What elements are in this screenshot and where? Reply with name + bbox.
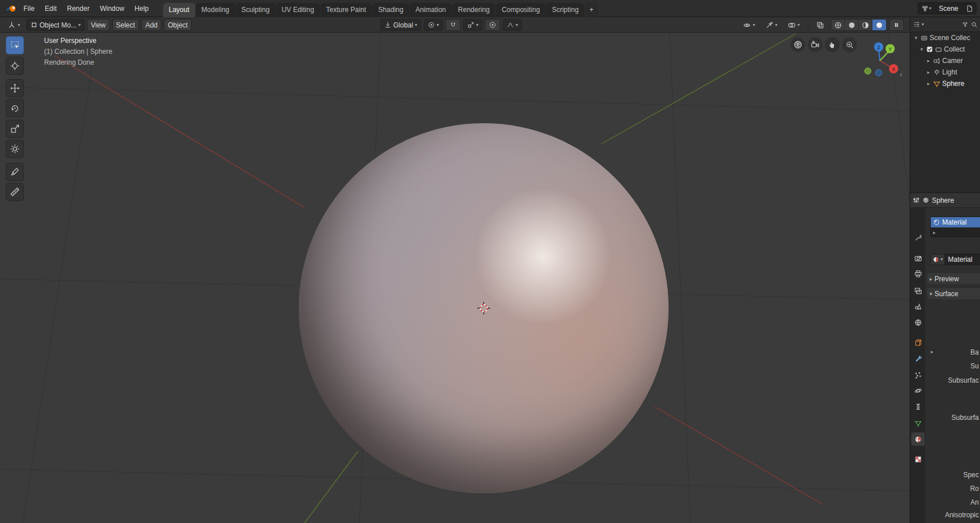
menu-render[interactable]: Render bbox=[62, 0, 94, 17]
chevron-right-icon[interactable]: ▸ bbox=[926, 69, 931, 75]
tab-object[interactable] bbox=[911, 336, 924, 349]
scale-tool[interactable] bbox=[6, 120, 24, 138]
add-workspace-button[interactable]: + bbox=[585, 3, 598, 17]
tab-texture-paint[interactable]: Texture Paint bbox=[321, 3, 372, 17]
annotate-tool[interactable] bbox=[6, 163, 24, 181]
pan-view-button[interactable] bbox=[825, 37, 840, 52]
tab-constraints[interactable] bbox=[911, 400, 924, 413]
camera-view-button[interactable] bbox=[808, 37, 823, 52]
cursor-tool[interactable] bbox=[6, 57, 24, 75]
object-menu[interactable]: Object bbox=[164, 19, 192, 31]
outliner-row-scene-collection[interactable]: ▾ Scene Collec bbox=[910, 32, 980, 44]
editor-type-button[interactable]: ▾ bbox=[3, 19, 24, 31]
tab-material[interactable] bbox=[911, 432, 924, 446]
search-icon[interactable] bbox=[971, 21, 978, 28]
checkbox-checked-icon[interactable] bbox=[926, 46, 933, 53]
shading-rendered-button[interactable] bbox=[872, 19, 886, 30]
outliner-row-sphere[interactable]: ▸ Sphere bbox=[910, 78, 980, 89]
add-menu[interactable]: Add bbox=[141, 19, 161, 31]
tab-layout[interactable]: Layout bbox=[163, 3, 195, 17]
properties-editor-button[interactable] bbox=[912, 196, 920, 204]
transform-tool[interactable] bbox=[6, 140, 24, 158]
view-menu[interactable]: View bbox=[87, 19, 110, 31]
material-slot-empty-row[interactable]: ▸ bbox=[931, 227, 980, 238]
tab-output[interactable] bbox=[911, 267, 924, 280]
tab-uv-editing[interactable]: UV Editing bbox=[276, 3, 320, 17]
pause-render-button[interactable] bbox=[889, 19, 904, 31]
menu-help[interactable]: Help bbox=[129, 0, 154, 17]
outliner-row-light[interactable]: ▸ Light bbox=[910, 66, 980, 78]
chevron-down-icon[interactable]: ▾ bbox=[919, 46, 924, 52]
rotate-tool[interactable] bbox=[6, 99, 24, 117]
chevron-right-icon[interactable]: ▸ bbox=[926, 81, 931, 86]
tab-modeling[interactable]: Modeling bbox=[196, 3, 235, 17]
menu-window[interactable]: Window bbox=[94, 0, 129, 17]
base-color-expand-icon[interactable]: ▸ bbox=[931, 349, 934, 355]
browse-material-button[interactable]: ▾ bbox=[930, 254, 945, 265]
menu-file[interactable]: File bbox=[18, 0, 39, 17]
tab-particles[interactable] bbox=[911, 368, 924, 382]
material-name-field[interactable]: Material bbox=[945, 254, 980, 265]
shading-material-button[interactable] bbox=[859, 19, 872, 30]
overlays-dropdown[interactable]: ▾ bbox=[784, 19, 804, 31]
chevron-down-icon[interactable]: ▾ bbox=[913, 35, 919, 41]
sidebar-toggle-icon[interactable]: ‹ bbox=[900, 70, 902, 78]
viewport-3d[interactable]: User Perspective (1) Collection | Sphere… bbox=[0, 33, 910, 523]
tab-modifiers[interactable] bbox=[911, 352, 924, 365]
navigation-gizmo[interactable]: Z Y X bbox=[857, 37, 903, 82]
tab-shading[interactable]: Shading bbox=[373, 3, 409, 17]
tab-scripting[interactable]: Scripting bbox=[546, 3, 584, 17]
tab-scene[interactable] bbox=[911, 300, 924, 313]
outliner: ▾ ▾ Scene Collec ▾ bbox=[910, 17, 980, 192]
chevron-right-icon[interactable]: ▸ bbox=[926, 58, 931, 64]
xray-toggle-button[interactable] bbox=[812, 19, 828, 31]
tab-sculpting[interactable]: Sculpting bbox=[236, 3, 275, 17]
chevron-right-icon[interactable]: ▸ bbox=[933, 230, 936, 235]
tab-render[interactable] bbox=[911, 251, 924, 265]
transform-orientation-dropdown[interactable]: Global ▾ bbox=[380, 19, 421, 31]
tab-animation[interactable]: Animation bbox=[410, 3, 452, 17]
measure-tool[interactable] bbox=[6, 183, 24, 201]
chevron-down-icon: ▾ bbox=[797, 23, 800, 27]
snap-toggle-button[interactable] bbox=[445, 19, 461, 31]
property-label-anisotropic-rotation: Anisotropic bbox=[945, 511, 979, 519]
menu-edit[interactable]: Edit bbox=[39, 0, 62, 17]
tab-world[interactable] bbox=[911, 316, 924, 329]
move-tool[interactable] bbox=[6, 79, 24, 97]
material-slot-row[interactable]: Material bbox=[931, 217, 980, 227]
browse-scene-button[interactable]: ▾ bbox=[918, 3, 934, 14]
tab-compositing[interactable]: Compositing bbox=[496, 3, 546, 17]
perspective-toggle-button[interactable] bbox=[791, 37, 805, 52]
chevron-down-icon: ▾ bbox=[18, 23, 20, 27]
mode-label: Object Mo... bbox=[39, 21, 77, 29]
outliner-row-collection[interactable]: ▾ Collect bbox=[910, 44, 980, 55]
tab-physics[interactable] bbox=[911, 384, 924, 397]
shading-wireframe-button[interactable] bbox=[831, 19, 845, 30]
tab-texture[interactable] bbox=[911, 453, 924, 466]
viewport-header-left: ▾ Object Mo... ▾ View Select Add Object bbox=[3, 17, 192, 33]
gizmos-dropdown[interactable]: ▾ bbox=[761, 19, 781, 31]
outliner-editor-button[interactable]: ▾ bbox=[913, 21, 924, 28]
zoom-view-button[interactable] bbox=[842, 37, 857, 52]
snap-target-dropdown[interactable]: ▾ bbox=[463, 19, 483, 31]
surface-section-header[interactable]: ▾ Surface bbox=[927, 288, 980, 299]
visibility-dropdown[interactable]: ▾ bbox=[739, 19, 759, 31]
mode-dropdown[interactable]: Object Mo... ▾ bbox=[26, 19, 85, 31]
preview-section-header[interactable]: ▸ Preview bbox=[927, 273, 980, 284]
proportional-editing-button[interactable] bbox=[485, 19, 500, 31]
tab-tool[interactable] bbox=[911, 231, 924, 244]
select-menu[interactable]: Select bbox=[112, 19, 139, 31]
shading-solid-button[interactable] bbox=[845, 19, 859, 30]
select-box-tool[interactable] bbox=[6, 36, 24, 54]
new-scene-button[interactable] bbox=[963, 3, 976, 14]
tab-view-layer[interactable] bbox=[911, 284, 924, 297]
proportional-falloff-dropdown[interactable]: ▾ bbox=[503, 19, 522, 31]
scene-name-field[interactable]: Scene bbox=[934, 5, 963, 13]
tab-rendering[interactable]: Rendering bbox=[452, 3, 495, 17]
blender-logo-icon[interactable] bbox=[5, 3, 18, 14]
outliner-header: ▾ bbox=[910, 17, 980, 32]
outliner-row-camera[interactable]: ▸ Camer bbox=[910, 55, 980, 66]
tab-object-data[interactable] bbox=[911, 416, 924, 430]
filter-icon[interactable] bbox=[962, 21, 969, 28]
pivot-point-dropdown[interactable]: ▾ bbox=[424, 19, 443, 31]
